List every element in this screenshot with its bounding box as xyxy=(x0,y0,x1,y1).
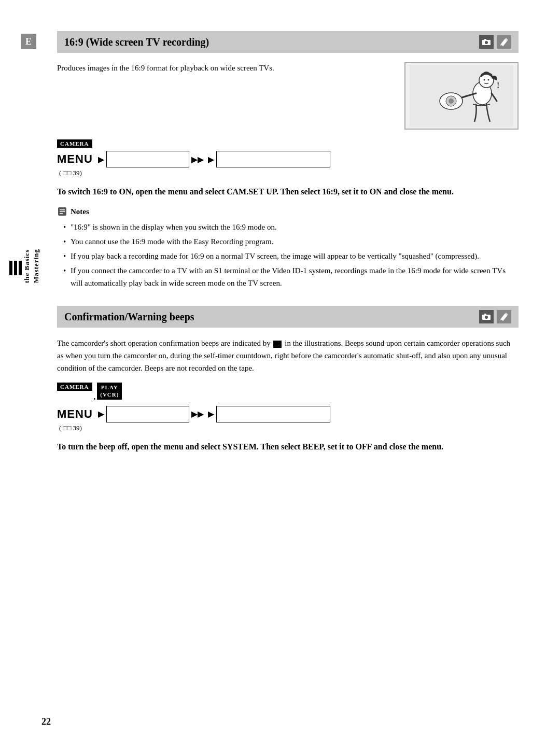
beep-symbol xyxy=(273,341,282,348)
section1-arrow1: ▶ xyxy=(98,154,104,164)
section2-play-vcr-badge: PLAY (VCR) xyxy=(97,383,122,400)
illustration-svg: ! xyxy=(410,65,513,127)
section2-camera-badge: CAMERA xyxy=(57,383,92,391)
svg-text:!: ! xyxy=(497,81,499,90)
section1-menu-ref-text: ( □□ 39) xyxy=(59,169,82,177)
section1-arrow2: ▶ xyxy=(208,154,214,164)
svg-rect-2 xyxy=(484,39,486,40)
svg-rect-18 xyxy=(484,314,486,315)
section2-gap: Confirmation/Warning beeps xyxy=(57,306,519,453)
section2-arrow1: ▶ xyxy=(98,409,104,419)
svg-rect-13 xyxy=(60,209,65,210)
section1-camera-badge-row: CAMERA xyxy=(57,139,519,151)
section2-title: Confirmation/Warning beeps xyxy=(64,311,194,323)
section1-content: Produces images in the 16:9 format for p… xyxy=(57,62,519,130)
section1-arrow-dbl: ▶▶ xyxy=(191,154,204,164)
section2-comma: , xyxy=(94,392,96,403)
sidebar-label: the Basics Mastering xyxy=(9,249,40,283)
section1-intro-paragraph: Produces images in the 16:9 format for p… xyxy=(57,62,394,74)
section1-notes: Notes "16:9" is shown in the display whe… xyxy=(57,206,519,289)
svg-point-7 xyxy=(488,79,489,81)
sidebar-bar-1 xyxy=(9,261,12,275)
notes-bullet-4: If you connect the camcorder to a TV wit… xyxy=(63,264,519,289)
section2-pencil-icon xyxy=(499,312,509,321)
section1-bold-instruction: To switch 16:9 to ON, open the menu and … xyxy=(57,186,519,198)
pencil-icon-box xyxy=(497,35,511,49)
section2-arrow-dbl: ▶▶ xyxy=(191,409,204,419)
section1-menu-row: MENU ▶ ▶▶ ▶ xyxy=(57,151,519,167)
sidebar-text-mastering: Mastering xyxy=(32,249,40,283)
notes-bullet-3: If you play back a recording made for 16… xyxy=(63,250,519,262)
section1-header: 16:9 (Wide screen TV recording) xyxy=(57,31,519,53)
section2-camera-icon xyxy=(482,313,491,321)
page-container: E the Basics Mastering 16:9 (Wide screen… xyxy=(0,0,560,748)
section1-menu-ref: ( □□ 39) xyxy=(57,168,519,177)
notes-bullet-1: "16:9" is shown in the display when you … xyxy=(63,221,519,233)
section1-title: 16:9 (Wide screen TV recording) xyxy=(64,36,209,48)
e-badge: E xyxy=(21,34,36,49)
section2-play-label: PLAY xyxy=(100,384,119,391)
section2-body-text: The camcorder's short operation confirma… xyxy=(57,337,519,374)
section2-badge-row: CAMERA , PLAY (VCR) xyxy=(57,383,519,403)
section1-illustration: ! xyxy=(404,62,519,130)
sidebar-text-basics: the Basics xyxy=(23,249,31,283)
notes-icon xyxy=(57,206,67,217)
section2-menu-box2 xyxy=(216,406,330,422)
svg-rect-15 xyxy=(60,213,63,214)
camera-icon-box xyxy=(479,35,494,49)
camera-icon xyxy=(482,38,491,46)
section2-header-icons xyxy=(479,310,511,323)
svg-point-17 xyxy=(485,316,488,319)
svg-rect-3 xyxy=(410,65,513,127)
section2-body-text-span: The camcorder's short operation confirma… xyxy=(57,339,510,372)
notes-bullet-list: "16:9" is shown in the display when you … xyxy=(57,221,519,289)
svg-point-1 xyxy=(485,41,488,44)
section1-intro-text: Produces images in the 16:9 format for p… xyxy=(57,62,394,130)
section1-menu-box2 xyxy=(216,151,330,167)
notes-bullet-2: You cannot use the 16:9 mode with the Ea… xyxy=(63,235,519,248)
svg-point-6 xyxy=(484,79,485,81)
pencil-icon xyxy=(499,37,509,47)
sidebar-bar-2 xyxy=(14,261,17,275)
section1-camera-badge: CAMERA xyxy=(57,139,92,148)
section2-vcr-label: (VCR) xyxy=(100,391,119,398)
section1-header-icons xyxy=(479,35,511,49)
sidebar-bars xyxy=(9,261,22,275)
section1-menu-box1 xyxy=(106,151,189,167)
section2-menu-word: MENU xyxy=(57,407,93,421)
section1-menu-word: MENU xyxy=(57,152,93,166)
section2-menu-ref: ( □□ 39) xyxy=(57,424,519,432)
section2-pencil-icon-box xyxy=(497,310,511,323)
section2-header: Confirmation/Warning beeps xyxy=(57,306,519,328)
section2-menu-box1 xyxy=(106,406,189,422)
e-badge-label: E xyxy=(25,36,32,47)
section2-menu-row: MENU ▶ ▶▶ ▶ xyxy=(57,406,519,422)
notes-label: Notes xyxy=(71,207,89,216)
section2-arrow2: ▶ xyxy=(208,409,214,419)
section2-camera-icon-box xyxy=(479,310,494,323)
page-number: 22 xyxy=(41,716,51,727)
section2-bold-instruction: To turn the beep off, open the menu and … xyxy=(57,441,519,453)
sidebar-bar-3 xyxy=(19,261,22,275)
svg-point-10 xyxy=(449,98,454,104)
svg-rect-14 xyxy=(60,211,65,213)
section2-menu-ref-text: ( □□ 39) xyxy=(59,424,82,432)
notes-header: Notes xyxy=(57,206,519,217)
